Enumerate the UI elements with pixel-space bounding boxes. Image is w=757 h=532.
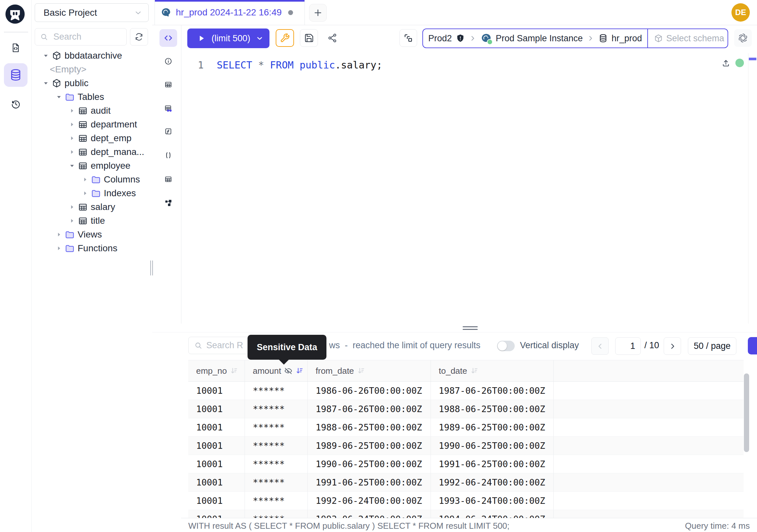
tree-item-audit[interactable]: audit [0, 104, 152, 118]
avatar-initials: DE [735, 8, 746, 17]
connection-panel-button[interactable] [400, 29, 417, 47]
table-scrollbar[interactable] [744, 373, 749, 452]
breadcrumb-connection[interactable]: Prod2 Prod Sample Instance [423, 29, 647, 47]
share-button[interactable] [323, 29, 341, 47]
admin-wrench-button[interactable] [276, 29, 294, 47]
environment-label: Prod2 [428, 33, 452, 44]
table-row[interactable]: 10001******1990-06-25T00:00:00Z1991-06-2… [188, 455, 743, 473]
sort-icon-active[interactable] [295, 366, 304, 375]
run-options-chevron-icon[interactable] [256, 34, 263, 42]
schema-diagram-icon[interactable] [163, 197, 174, 209]
vertical-display-toggle[interactable] [497, 341, 515, 351]
page-number-input[interactable] [615, 337, 641, 355]
chevron-collapsed-icon[interactable] [67, 106, 77, 116]
table-row[interactable]: 10001******1993-06-24T00:00:00Z1994-06-2… [188, 510, 743, 518]
table-row[interactable]: 10001******1986-06-26T00:00:00Z1987-06-2… [188, 382, 743, 400]
column-header-amount[interactable]: amount [245, 360, 308, 381]
tree-item-label: Indexes [104, 188, 136, 199]
code-panel-toggle[interactable] [160, 29, 177, 47]
table-icon [77, 133, 88, 143]
chevron-collapsed-icon[interactable] [80, 174, 90, 184]
play-icon [197, 34, 206, 43]
chevron-collapsed-icon[interactable] [67, 216, 77, 226]
table-cell: 1992-06-24T00:00:00Z [431, 473, 554, 492]
chevron-collapsed-icon[interactable] [54, 230, 64, 239]
table-cell: 1993-06-24T00:00:00Z [431, 492, 554, 510]
chevron-expanded-icon[interactable] [41, 51, 51, 61]
tree-item-tables[interactable]: Tables [0, 90, 152, 104]
table-cell-filler [554, 473, 743, 492]
sort-icon[interactable] [230, 366, 238, 375]
tree-item-functions[interactable]: Functions [0, 241, 152, 255]
save-button[interactable] [300, 29, 318, 47]
results-divider [152, 332, 757, 332]
tree-item-label: employee [91, 161, 130, 171]
instance-label: Prod Sample Instance [496, 33, 583, 44]
chevron-collapsed-icon[interactable] [80, 188, 90, 198]
table-row[interactable]: 10001******1989-06-25T00:00:00Z1990-06-2… [188, 437, 743, 455]
project-picker[interactable]: Basic Project [35, 3, 149, 22]
new-tab-button[interactable] [309, 4, 327, 22]
tree-item-label: Functions [77, 243, 117, 254]
chevron-collapsed-icon[interactable] [67, 202, 77, 212]
eye-off-icon[interactable] [284, 367, 292, 375]
table-row[interactable]: 10001******1988-06-25T00:00:00Z1989-06-2… [188, 418, 743, 437]
tooltip-label: Sensitive Data [257, 342, 317, 353]
column-header-from_date[interactable]: from_date [308, 360, 431, 381]
table-cell: 10001 [188, 418, 245, 437]
tree-item-views[interactable]: Views [0, 228, 152, 241]
tree-item-dept-emp[interactable]: dept_emp [0, 131, 152, 145]
tree-item-salary[interactable]: salary [0, 200, 152, 214]
chevron-expanded-icon[interactable] [41, 78, 51, 88]
avatar[interactable]: DE [732, 3, 750, 22]
info-icon[interactable] [163, 55, 174, 67]
tree-item-public[interactable]: public [0, 76, 152, 90]
column-header-to_date[interactable]: to_date [431, 360, 554, 381]
chevron-collapsed-icon[interactable] [67, 133, 77, 143]
ai-assistant-icon[interactable] [734, 29, 752, 47]
sql-token [264, 59, 270, 71]
function-icon[interactable] [163, 125, 174, 137]
next-page-button[interactable] [664, 337, 681, 355]
panel-splitter-handle[interactable] [463, 325, 478, 330]
sort-icon[interactable] [470, 366, 479, 375]
sidebar-search-input[interactable] [35, 28, 127, 46]
masked-data-icon[interactable] [163, 103, 174, 114]
tree-item-indexes[interactable]: Indexes [0, 186, 152, 200]
chevron-collapsed-icon[interactable] [67, 120, 77, 129]
tree-item-employee[interactable]: employee [0, 159, 152, 172]
tree-item-dept-mana[interactable]: dept_mana... [0, 145, 152, 159]
refresh-icon[interactable] [130, 28, 148, 46]
page-size-select[interactable]: 50 / page [688, 337, 736, 355]
table-cell: ****** [245, 418, 308, 437]
sidebar-resize-handle[interactable] [150, 261, 154, 275]
table-detail-icon[interactable] [163, 173, 174, 185]
chevron-expanded-icon[interactable] [67, 161, 77, 171]
run-query-button[interactable]: (limit 500) [187, 28, 269, 48]
tree-item-title[interactable]: title [0, 214, 152, 228]
tab-hr-prod[interactable]: hr_prod 2024-11-22 16:49 [155, 0, 305, 25]
result-table: emp_noamountfrom_dateto_date 10001******… [188, 360, 743, 518]
tree-item-department[interactable]: department [0, 118, 152, 131]
select-schema-button[interactable]: Select schema [647, 29, 730, 47]
tree-item-empty[interactable]: <Empty> [0, 63, 152, 76]
parentheses-icon[interactable] [163, 149, 174, 161]
upload-icon[interactable] [720, 57, 732, 70]
tree-item-bbdataarchive[interactable]: bbdataarchive [0, 49, 152, 63]
column-header-emp_no[interactable]: emp_no [188, 360, 245, 381]
tree-item-label: dept_emp [91, 133, 132, 143]
chevron-collapsed-icon[interactable] [54, 243, 64, 253]
table-row[interactable]: 10001******1987-06-26T00:00:00Z1988-06-2… [188, 400, 743, 418]
sql-editor-surface[interactable] [181, 52, 748, 324]
table-row[interactable]: 10001******1992-06-24T00:00:00Z1993-06-2… [188, 492, 743, 510]
tree-item-label: Views [77, 229, 102, 240]
table-row[interactable]: 10001******1991-06-25T00:00:00Z1992-06-2… [188, 473, 743, 492]
export-button[interactable] [748, 337, 757, 355]
tree-item-label: Tables [77, 92, 104, 102]
table-list-icon[interactable] [163, 78, 174, 90]
tree-item-columns[interactable]: Columns [0, 172, 152, 186]
prev-page-button[interactable] [591, 337, 609, 355]
chevron-expanded-icon[interactable] [54, 92, 64, 102]
chevron-collapsed-icon[interactable] [67, 147, 77, 157]
sort-icon[interactable] [357, 366, 365, 375]
